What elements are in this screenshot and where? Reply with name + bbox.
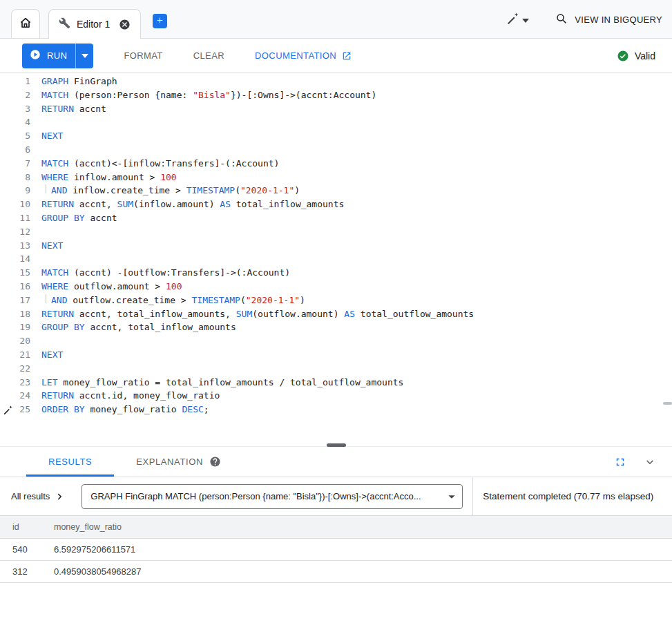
line-number: 7 xyxy=(0,157,30,171)
column-header: id xyxy=(0,516,41,538)
statement-row: All results GRAPH FinGraph MATCH (person… xyxy=(0,477,672,516)
statement-status: Statement completed (70.77 ms elapsed) xyxy=(483,491,653,501)
vertical-divider xyxy=(472,477,473,515)
run-options-button[interactable] xyxy=(75,44,93,68)
code-line xyxy=(41,252,672,266)
line-number: 1 xyxy=(0,75,30,88)
sql-generation-button[interactable] xyxy=(506,12,529,28)
code-line xyxy=(41,143,672,157)
editor-toolbar: RUN FORMAT CLEAR DOCUMENTATION Valid xyxy=(0,39,672,73)
gutter: 1234567891011121314151617181920212223242… xyxy=(0,73,36,446)
code-line: MATCH (person:Person {name: "Bisla"})-[:… xyxy=(41,88,672,102)
code-line: WHERE outflow.amount > 100 xyxy=(41,280,672,294)
code-line: GROUP BY accnt xyxy=(41,211,672,225)
table-cell: 312 xyxy=(0,560,41,582)
scrollbar-thumb[interactable] xyxy=(663,402,672,405)
line-number: 21 xyxy=(0,348,30,362)
code-line: AND outflow.create_time > TIMESTAMP("202… xyxy=(41,294,672,307)
dropdown-arrow-icon xyxy=(444,489,459,504)
editor-tab[interactable]: Editor 1 xyxy=(48,9,141,39)
line-number: 6 xyxy=(0,143,30,157)
code-line: MATCH (accnt) -[outflow:Transfers]->(:Ac… xyxy=(41,266,672,280)
documentation-button[interactable]: DOCUMENTATION xyxy=(255,50,352,61)
code-line xyxy=(41,115,672,129)
statement-selector-value: GRAPH FinGraph MATCH (person:Person {nam… xyxy=(90,491,421,501)
magic-wand-icon xyxy=(506,12,519,28)
code-line: RETURN accnt.id, money_flow_ratio xyxy=(41,389,672,403)
editor-tab-label: Editor 1 xyxy=(77,19,110,30)
all-results-breadcrumb[interactable]: All results xyxy=(11,490,66,503)
code-line: NEXT xyxy=(41,348,672,362)
line-number: 4 xyxy=(0,115,30,129)
code-line xyxy=(41,225,672,239)
external-link-icon xyxy=(342,51,352,61)
line-number: 15 xyxy=(0,266,30,280)
fullscreen-button[interactable] xyxy=(614,456,626,468)
home-icon xyxy=(19,16,32,32)
line-number: 23 xyxy=(0,376,30,390)
results-table-body: 5406.5929752066115713120.495903805496828… xyxy=(0,538,672,582)
line-number: 24 xyxy=(0,389,30,403)
code-line: AND inflow.create_time > TIMESTAMP("2020… xyxy=(41,184,672,198)
run-button[interactable]: RUN xyxy=(22,44,75,68)
code-lines: GRAPH FinGraphMATCH (person:Person {name… xyxy=(36,73,672,446)
tab-strip: Editor 1 xyxy=(0,0,672,39)
panel-resize-handle[interactable] xyxy=(327,443,346,447)
table-header-row: idmoney_flow_ratio xyxy=(0,516,672,538)
new-tab-button[interactable] xyxy=(153,14,167,28)
table-row: 3120.4959038054968287 xyxy=(0,560,672,582)
code-line: RETURN accnt xyxy=(41,102,672,116)
code-line: WHERE inflow.amount > 100 xyxy=(41,171,672,184)
line-number: 22 xyxy=(0,362,30,376)
clear-button[interactable]: CLEAR xyxy=(193,50,224,61)
run-button-group: RUN xyxy=(22,44,93,68)
tab-explanation[interactable]: EXPLANATION xyxy=(114,447,243,477)
line-number: 5 xyxy=(0,129,30,143)
code-line: LET money_flow_ratio = total_inflow_amou… xyxy=(41,376,672,390)
run-label: RUN xyxy=(47,50,67,61)
home-tab[interactable] xyxy=(11,9,40,38)
code-line: GRAPH FinGraph xyxy=(41,75,672,88)
line-number: 3 xyxy=(0,102,30,116)
line-number: 12 xyxy=(0,225,30,239)
table-row: 5406.592975206611571 xyxy=(0,538,672,560)
table-cell: 540 xyxy=(0,538,41,560)
line-number: 14 xyxy=(0,252,30,266)
code-line: GROUP BY accnt, total_inflow_amounts xyxy=(41,320,672,334)
plus-icon xyxy=(155,15,164,28)
line-number: 20 xyxy=(0,334,30,348)
format-button[interactable]: FORMAT xyxy=(124,50,162,61)
play-icon xyxy=(29,48,41,63)
line-number: 9 xyxy=(0,184,30,198)
line-number: 13 xyxy=(0,239,30,253)
code-line: RETURN accnt, total_inflow_amounts, SUM(… xyxy=(41,307,672,321)
help-icon[interactable] xyxy=(209,456,221,468)
view-in-bigquery-button[interactable]: VIEW IN BIGQUERY xyxy=(555,12,662,27)
results-panel: RESULTS EXPLANATION Al xyxy=(0,446,672,583)
line-number: 18 xyxy=(0,307,30,321)
view-in-bigquery-label: VIEW IN BIGQUERY xyxy=(575,15,662,25)
valid-label: Valid xyxy=(635,50,655,61)
code-line xyxy=(41,362,672,376)
search-icon xyxy=(555,12,568,27)
tab-results[interactable]: RESULTS xyxy=(26,447,114,477)
documentation-label: DOCUMENTATION xyxy=(255,50,336,61)
code-line: NEXT xyxy=(41,129,672,143)
explanation-tab-label: EXPLANATION xyxy=(136,457,203,467)
code-line: NEXT xyxy=(41,239,672,253)
results-table: idmoney_flow_ratio 5406.5929752066115713… xyxy=(0,516,672,583)
line-number: 11 xyxy=(0,211,30,225)
code-line xyxy=(41,334,672,348)
collapse-panel-button[interactable] xyxy=(643,455,657,469)
line-number: 10 xyxy=(0,198,30,211)
validation-status: Valid xyxy=(617,50,655,62)
table-cell: 0.4959038054968287 xyxy=(41,560,672,582)
statement-selector[interactable]: GRAPH FinGraph MATCH (person:Person {nam… xyxy=(81,484,463,509)
close-tab-icon[interactable] xyxy=(119,19,131,30)
code-editor[interactable]: 1234567891011121314151617181920212223242… xyxy=(0,73,672,446)
table-cell: 6.592975206611571 xyxy=(41,538,672,560)
all-results-label: All results xyxy=(11,491,50,501)
valid-check-icon xyxy=(617,50,629,62)
inline-assist-button[interactable] xyxy=(3,405,13,419)
build-wrench-icon xyxy=(59,17,70,32)
